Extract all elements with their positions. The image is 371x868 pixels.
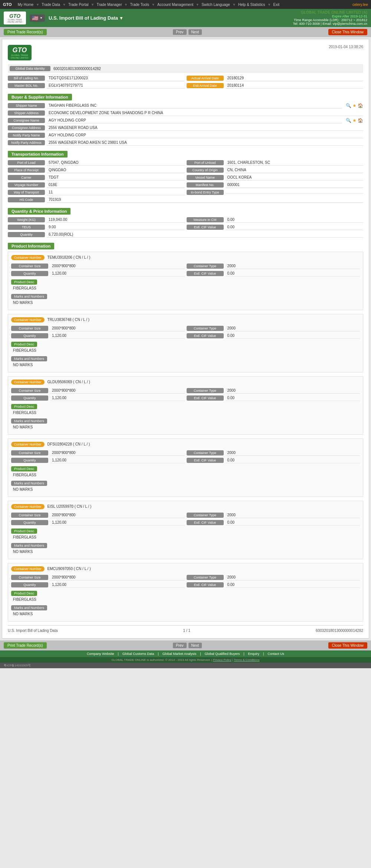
nav-switchlang[interactable]: Switch Language xyxy=(199,3,232,7)
est-cif-label: Estl. CIF Value xyxy=(187,225,224,230)
nav-trademanager[interactable]: Trade Manager xyxy=(94,3,124,7)
main-content: GTO GLOBAL TRADEONLINE LIMITED 2019-01-0… xyxy=(2,39,369,639)
footer-link-contact[interactable]: Contact Us xyxy=(267,652,284,656)
shipper-address-row: Shipper Address ECONOMIC DEVELOPMENT ZON… xyxy=(8,110,363,116)
container-block-2: Container Number GLDU9506069 ( CN / L / … xyxy=(8,376,363,435)
hs-code-label: HS Code xyxy=(8,197,45,202)
container-size-type-row-0: Container Size 2000*800*800 Container Ty… xyxy=(11,263,360,269)
footer-link-customs[interactable]: Global Customs Data xyxy=(122,652,154,656)
container-estcif-value-1: 0.00 xyxy=(226,333,360,339)
footer-link-market[interactable]: Global Market Analysis xyxy=(162,652,197,656)
next-button-bottom[interactable]: Next xyxy=(188,643,202,648)
top-action-bar: Print Trade Record(s) Prev Next Close Th… xyxy=(0,27,371,37)
nav-tradetools[interactable]: Trade Tools xyxy=(128,3,151,7)
container-qty-value-3: 1,120.00 xyxy=(50,457,185,463)
container-size-type-row-1: Container Size 2000*800*800 Container Ty… xyxy=(11,325,360,331)
carrier-field: Carrier TDGT xyxy=(8,175,185,180)
container-size-label-1: Container Size xyxy=(11,326,48,331)
containers-list: Container Number TEMU3918206 ( CN / L / … xyxy=(8,252,363,622)
container-qty-cif-row-4: Quantity 1,120.00 Estl. CIF Value 0.00 xyxy=(11,520,360,526)
prev-button-top[interactable]: Prev xyxy=(173,29,187,35)
footer-terms-link[interactable]: Terms & Conditions xyxy=(234,658,259,662)
shipper-home-icon[interactable]: 🏠 xyxy=(358,103,363,108)
product-desc-value-5: FIBERGLASS xyxy=(11,597,360,602)
bol-no-field: Bill of Lading No. TDGTQDSE171200023 xyxy=(8,75,185,81)
container-estcif-value-3: 0.00 xyxy=(226,457,360,463)
est-cif-field: Estl. CIF Value 0.00 xyxy=(187,224,364,230)
top-navigation: GTO My Home ▼ Trade Data ▼ Trade Portal … xyxy=(0,0,371,9)
marks-badge-3: Marks and Numbers xyxy=(11,481,47,486)
container-size-label-4: Container Size xyxy=(11,513,48,518)
prev-button-bottom[interactable]: Prev xyxy=(173,643,187,648)
marks-value-3: NO MARKS xyxy=(11,487,360,492)
hs-code-row: HS Code 701919 xyxy=(8,197,363,203)
notify-party-value: AGY HOLDING CORP xyxy=(47,132,363,138)
consignee-search-icon[interactable]: 🔍 xyxy=(346,118,351,123)
actual-arrival-label: Actual Arrival Date xyxy=(187,76,224,81)
product-desc-badge-2: Product Desc xyxy=(11,404,37,409)
nav-accountmgmt[interactable]: Account Management xyxy=(155,3,196,7)
close-button-top[interactable]: Close This Window xyxy=(328,29,367,35)
esti-arrival-value: 20180114 xyxy=(226,83,364,89)
contact-tel: Tel: 400-710-3008 | Email: vip@pierschin… xyxy=(293,22,367,26)
transportation-section-header: Transportation Information xyxy=(8,151,68,158)
container-qty-value-2: 1,120.00 xyxy=(50,395,185,401)
container-number-value-5: EMCU9097050 ( CN / L / ) xyxy=(47,567,91,571)
container-size-type-row-4: Container Size 2000*800*800 Container Ty… xyxy=(11,512,360,518)
container-type-label-5: Container Type xyxy=(187,575,224,580)
vessel-name-label: Vessel Name xyxy=(187,175,224,180)
way-of-transport-field: Way of Transport 11 xyxy=(8,189,185,195)
consignee-home-icon[interactable]: 🏠 xyxy=(358,118,363,123)
flag-selector[interactable]: 🇺🇸 ▼ xyxy=(30,14,45,22)
container-number-badge-3: Container Number xyxy=(11,442,45,447)
footer-privacy-link[interactable]: Privacy Policy xyxy=(213,658,232,662)
footer-link-enquiry[interactable]: Enquiry xyxy=(248,652,260,656)
esti-arrival-field: Esti Arrival Date 20180114 xyxy=(187,83,364,89)
port-of-unload-field: Port of Unload 1601, CHARLESTON, SC xyxy=(187,160,364,166)
container-block-5: Container Number EMCU9097050 ( CN / L / … xyxy=(8,563,363,622)
voyage-value: 018E xyxy=(47,182,185,188)
notify-party-row: Notify Party Name AGY HOLDING CORP xyxy=(8,132,363,138)
product-desc-badge-3: Product Desc xyxy=(11,466,37,471)
doc-logo-gto: GTO xyxy=(13,46,27,54)
container-type-value-2: 2000 xyxy=(226,388,360,394)
close-button-bottom[interactable]: Close This Window xyxy=(328,642,367,649)
print-record-button-bottom[interactable]: Print Trade Record(s) xyxy=(4,642,47,649)
footer-bottom-bar: GLOBAL TRADE ONLINE is authorized. © 201… xyxy=(0,657,371,663)
in-bond-field: In-bond Entry Type xyxy=(187,189,364,195)
container-number-value-0: TEMU3918206 ( CN / L / ) xyxy=(47,255,91,259)
document-timestamp: 2019-01-04 13:38:26 xyxy=(329,45,363,49)
icp-bar: 粤ICP备14033305号 xyxy=(0,663,371,668)
measure-label: Measure In CM xyxy=(187,217,224,222)
carrier-label: Carrier xyxy=(8,175,45,180)
consignee-name-value: AGY HOLDING CORP xyxy=(47,117,342,123)
container-qty-cif-row-0: Quantity 1,120.00 Estl. CIF Value 0.00 xyxy=(11,271,360,276)
nav-tradeportal[interactable]: Trade Portal xyxy=(66,3,91,7)
footer-doc-left: U.S. Import Bill of Lading Data xyxy=(8,629,58,633)
hs-code-value: 701919 xyxy=(47,197,363,203)
footer-link-buyers[interactable]: Global Qualified Buyers xyxy=(205,652,240,656)
nav-helpstats[interactable]: Help & Statistics xyxy=(236,3,267,7)
shipper-search-icon[interactable]: 🔍 xyxy=(346,103,351,108)
footer-doc-right: 60032018013000000014282 xyxy=(316,629,363,633)
quantity-value: 6,720.00(ROL) xyxy=(47,232,363,238)
port-of-unload-value: 1601, CHARLESTON, SC xyxy=(226,160,364,166)
print-record-button-top[interactable]: Print Trade Record(s) xyxy=(4,29,47,35)
consignee-star-icon[interactable]: ★ xyxy=(352,118,357,123)
container-type-label-2: Container Type xyxy=(187,388,224,393)
nav-tradedata[interactable]: Trade Data xyxy=(39,3,62,7)
bol-no-value: TDGTQDSE171200023 xyxy=(47,75,185,81)
est-cif-value: 0.00 xyxy=(226,224,364,230)
container-type-value-1: 2000 xyxy=(226,325,360,331)
nav-exit[interactable]: Exit xyxy=(271,3,282,7)
shipper-star-icon[interactable]: ★ xyxy=(352,103,357,108)
expire-info: Expire After 2019-12-31 xyxy=(293,14,367,18)
logo-subtitle: GLOBAL TRADEONLINE LIMITED xyxy=(7,19,22,23)
dropdown-title-icon[interactable]: ▼ xyxy=(119,16,124,21)
weight-label: Weight (KG) xyxy=(8,217,45,222)
next-button-top[interactable]: Next xyxy=(188,29,202,35)
container-number-value-2: GLDU9506069 ( CN / L / ) xyxy=(47,380,90,384)
nav-myhome[interactable]: My Home xyxy=(16,3,36,7)
shipper-address-label: Shipper Address xyxy=(8,110,45,116)
footer-link-company[interactable]: Company Website xyxy=(87,652,114,656)
